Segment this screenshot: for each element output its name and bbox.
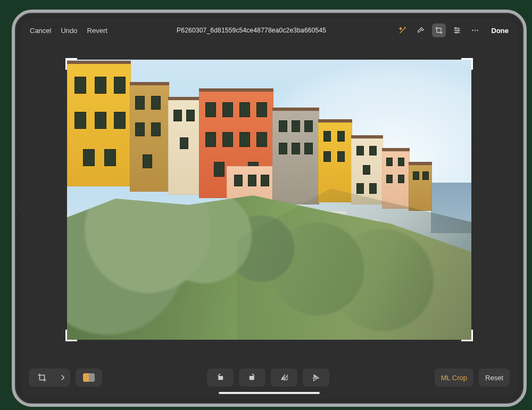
more-options-icon[interactable]	[468, 23, 482, 37]
svg-point-1	[458, 30, 459, 31]
crop-tool-icon[interactable]	[432, 23, 446, 37]
svg-point-5	[477, 30, 478, 31]
file-title: P6260307_6d81559c54ce48778ea0c2e3ba66054…	[107, 27, 396, 34]
undo-button[interactable]: Undo	[61, 27, 77, 35]
crop-handle-bottom-right[interactable]	[461, 330, 473, 341]
aspect-ratio-icon	[83, 373, 95, 382]
svg-point-2	[455, 32, 457, 34]
color-picker-icon[interactable]	[414, 23, 428, 37]
crop-handle-bottom-left[interactable]	[65, 330, 77, 341]
rotate-left-button[interactable]	[207, 368, 234, 387]
crop-canvas[interactable]	[20, 43, 518, 357]
svg-point-4	[474, 30, 475, 31]
ml-crop-button[interactable]: ML Crop	[435, 368, 473, 387]
aspect-ratio-button[interactable]	[76, 368, 102, 387]
crop-mode-button[interactable]	[29, 368, 55, 387]
flip-vertical-button[interactable]	[303, 368, 329, 387]
flip-horizontal-button[interactable]	[271, 368, 297, 387]
photo-preview	[67, 60, 471, 340]
svg-point-0	[455, 28, 456, 29]
rotate-right-button[interactable]	[239, 368, 265, 387]
cancel-button[interactable]: Cancel	[30, 27, 51, 35]
svg-point-3	[472, 30, 473, 31]
photo-frame[interactable]	[67, 60, 471, 340]
adjustments-icon[interactable]	[450, 23, 464, 37]
revert-button[interactable]: Revert	[87, 27, 107, 35]
crop-handle-top-right[interactable]	[461, 58, 473, 70]
svg-rect-6	[219, 376, 223, 380]
done-button[interactable]: Done	[492, 27, 509, 35]
reset-button[interactable]: Reset	[479, 368, 510, 387]
crop-mode-expand-button[interactable]	[55, 368, 70, 387]
auto-enhance-icon[interactable]	[396, 23, 410, 37]
home-indicator[interactable]	[219, 392, 320, 394]
svg-rect-7	[250, 376, 254, 380]
crop-handle-top-left[interactable]	[65, 58, 77, 70]
editor-topbar: Cancel Undo Revert P6260307_6d81559c54ce…	[20, 18, 518, 43]
